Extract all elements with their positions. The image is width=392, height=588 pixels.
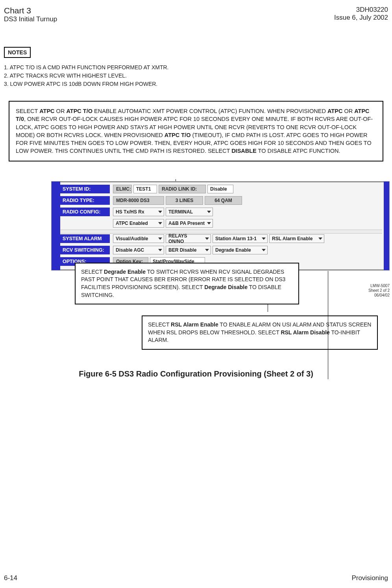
radio-type-label: RADIO TYPE: xyxy=(60,196,110,205)
rsl-callout: SELECT RSL Alarm Enable TO ENABLE ALARM … xyxy=(142,315,378,350)
page-number: 6-14 xyxy=(4,574,17,582)
chart-title: Chart 3 xyxy=(4,6,57,15)
elmc-label: ELMC: xyxy=(113,185,132,193)
degrade-callout: SELECT Degrade Enable TO SWITCH RCVRS WH… xyxy=(75,263,299,304)
footer-label: Provisioning xyxy=(351,574,388,582)
chart-subtitle: DS3 Initial Turnup xyxy=(4,15,57,23)
notes-list: 1. ATPC T/O IS A CMD PATH FUNCTION PERFO… xyxy=(4,63,388,88)
radio-config-terminal-select[interactable]: TERMINAL xyxy=(166,208,213,216)
rsl-alarm-select[interactable]: RSL Alarm Enable xyxy=(269,234,324,243)
note-line: 3. LOW POWER ATPC IS 10dB DOWN FROM HIGH… xyxy=(4,80,388,88)
chevron-down-icon xyxy=(158,222,162,224)
figure-title: Figure 6-5 DS3 Radio Configuration Provi… xyxy=(4,369,388,378)
row-radio-config: RADIO CONFIG: HS Tx/HS Rx TERMINAL xyxy=(60,207,382,217)
row-system-alarm: SYSTEM ALARM Visual/Audible RELAYS ON/NO… xyxy=(60,234,382,244)
radio-type-lines: 3 LINES xyxy=(166,196,203,205)
document-number: 3DH03220 xyxy=(334,6,388,14)
chevron-down-icon xyxy=(158,249,162,251)
rcv-switching-label: RCV SWITCHING: xyxy=(60,246,110,254)
disable-agc-select[interactable]: Disable AGC xyxy=(113,246,164,254)
chevron-down-icon xyxy=(158,211,162,213)
drawing-stamp: LMW-5007 Sheet 2 of 2 06/04/02 xyxy=(368,284,390,298)
chevron-down-icon xyxy=(207,222,211,224)
radio-link-id-label: RADIO LINK ID: xyxy=(159,185,206,193)
station-alarm-select[interactable]: Station Alarm 13-1 xyxy=(213,234,268,243)
radio-type-mod: 64 QAM xyxy=(205,196,242,205)
chevron-down-icon xyxy=(262,249,266,251)
degrade-enable-select[interactable]: Degrade Enable xyxy=(213,246,268,254)
panel-right-bar xyxy=(384,182,389,270)
leader-line xyxy=(328,271,328,379)
row-radio-type: RADIO TYPE: MDR-8000 DS3 3 LINES 64 QAM xyxy=(60,195,382,206)
radio-type-model: MDR-8000 DS3 xyxy=(113,196,164,205)
page-header: Chart 3 DS3 Initial Turnup 3DH03220 Issu… xyxy=(4,6,388,23)
row-radio-config-2: ATPC Enabled A&B PA Present xyxy=(60,218,382,228)
system-alarm-label: SYSTEM ALARM xyxy=(60,234,110,243)
visual-audible-select[interactable]: Visual/Audible xyxy=(113,234,164,243)
page-footer: 6-14 Provisioning xyxy=(4,574,388,582)
panel-left-bar xyxy=(52,182,60,270)
row-rcv-switching: RCV SWITCHING: Disable AGC BER Disable D… xyxy=(60,245,382,255)
ber-disable-select[interactable]: BER Disable xyxy=(166,246,211,254)
chevron-down-icon xyxy=(158,237,162,240)
atpc-callout: SELECT ATPC OR ATPC T/O ENABLE AUTOMATIC… xyxy=(9,101,383,161)
radio-config-txrx-select[interactable]: HS Tx/HS Rx xyxy=(113,208,164,216)
chevron-down-icon xyxy=(205,249,209,251)
system-id-label: SYSTEM ID: xyxy=(60,185,110,193)
config-panel: SYSTEM ID: ELMC: TEST1 RADIO LINK ID: Di… xyxy=(51,181,390,271)
chevron-down-icon xyxy=(318,237,322,240)
note-line: 1. ATPC T/O IS A CMD PATH FUNCTION PERFO… xyxy=(4,63,388,72)
atpc-enabled-select[interactable]: ATPC Enabled xyxy=(113,219,164,228)
note-line: 2. ATPC TRACKS RCVR WITH HIGHEST LEVEL. xyxy=(4,72,388,80)
issue-date: Issue 6, July 2002 xyxy=(334,14,388,22)
pa-present-select[interactable]: A&B PA Present xyxy=(166,219,213,228)
radio-config-label: RADIO CONFIG: xyxy=(60,208,110,216)
chevron-down-icon xyxy=(205,237,209,240)
row-system-id: SYSTEM ID: ELMC: TEST1 RADIO LINK ID: Di… xyxy=(60,184,382,194)
chevron-down-icon xyxy=(262,237,266,240)
relays-select[interactable]: RELAYS ON/NO xyxy=(166,234,211,243)
notes-label: NOTES xyxy=(4,47,31,58)
radio-link-id-value[interactable]: Disable xyxy=(207,185,233,193)
chevron-down-icon xyxy=(207,211,211,213)
elmc-value[interactable]: TEST1 xyxy=(133,185,157,193)
